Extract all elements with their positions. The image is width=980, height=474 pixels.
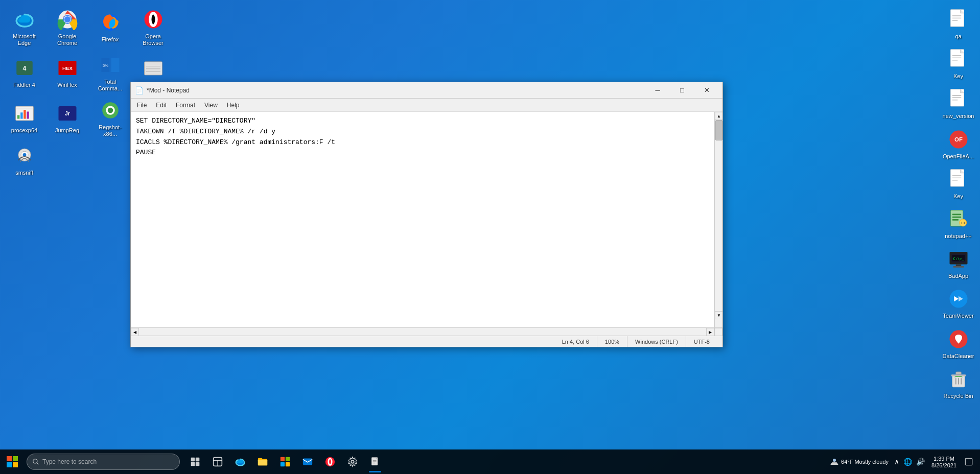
procexp64-label: procexp64 [11, 127, 37, 134]
taskbar-edge-icon [235, 456, 246, 467]
maximize-button[interactable]: □ [670, 82, 694, 99]
regshot-label: Regshot-x86... [93, 124, 127, 137]
scroll-left-arrow[interactable]: ◀ [131, 328, 139, 336]
scroll-right-arrow[interactable]: ▶ [706, 328, 714, 336]
horizontal-scrollbar[interactable]: ◀ ▶ [131, 327, 722, 336]
svg-rect-22 [24, 110, 26, 119]
desktop-icon-microsoft-edge[interactable]: Microsoft Edge [5, 5, 43, 49]
desktop-icon-qa[interactable]: qa [939, 5, 977, 42]
desktop-icon-opera[interactable]: Opera Browser [134, 5, 172, 49]
svg-point-28 [107, 108, 113, 113]
search-input[interactable] [42, 458, 165, 465]
scroll-track-h[interactable] [139, 328, 706, 336]
desktop-icon-winhex[interactable]: HEX WinHex [48, 51, 86, 94]
desktop-icon-google-chrome[interactable]: Google Chrome [48, 5, 86, 49]
svg-text:OF: OF [954, 136, 963, 143]
desktop-icon-datacleaner[interactable]: DataCleaner [939, 325, 977, 362]
notification-button[interactable] [962, 449, 976, 474]
status-encoding: UTF-8 [686, 336, 717, 347]
tray-network[interactable]: 🌐 [902, 458, 914, 466]
desktop-icon-recycle-bin[interactable]: Recycle Bin [939, 365, 977, 401]
taskbar-file-explorer[interactable] [251, 449, 274, 474]
desktop-icon-smsniff[interactable]: smsniff [5, 141, 43, 178]
badapp-label: BadApp [948, 273, 968, 279]
task-view-button[interactable] [184, 449, 206, 474]
winhex-icon: HEX [55, 56, 80, 80]
desktop-icon-badapp[interactable]: C:\>_ BadApp [939, 245, 977, 281]
menu-view[interactable]: View [200, 100, 222, 110]
desktop-icon-new-version[interactable]: new_version [939, 85, 977, 122]
start-button[interactable] [0, 449, 25, 474]
svg-rect-84 [191, 462, 195, 466]
svg-rect-104 [965, 458, 972, 465]
edge-icon [12, 7, 37, 32]
minimize-button[interactable]: ─ [646, 82, 669, 99]
winhex-label: WinHex [57, 82, 77, 88]
desktop-icon-notepadpp[interactable]: ++ notepad++ [939, 205, 977, 242]
svg-line-81 [37, 463, 39, 465]
menu-edit[interactable]: Edit [152, 100, 171, 110]
svg-rect-65 [955, 265, 961, 267]
svg-point-37 [22, 153, 26, 157]
weather-icon [830, 457, 839, 466]
desktop-icon-firefox[interactable]: Firefox [91, 5, 129, 49]
svg-rect-76 [7, 456, 12, 461]
menu-file[interactable]: File [133, 100, 151, 110]
chrome-icon [55, 7, 80, 32]
taskbar-search-bar[interactable] [27, 454, 180, 470]
svg-rect-82 [191, 458, 195, 462]
taskbar-pinned-icons [184, 449, 386, 474]
recycle-bin-label: Recycle Bin [943, 393, 973, 399]
desktop-icon-procexp64[interactable]: procexp64 [5, 96, 43, 139]
svg-rect-57 [952, 214, 961, 215]
desktop-icon-teamviewer[interactable]: TeamViewer [939, 285, 977, 321]
taskbar-store[interactable] [274, 449, 296, 474]
notepad-statusbar: Ln 4, Col 6 100% Windows (CRLF) UTF-8 [131, 336, 722, 347]
svg-rect-79 [13, 462, 18, 467]
weather-text: 64°F Mostly cloudy [841, 459, 889, 465]
weather-widget[interactable]: 64°F Mostly cloudy [826, 449, 893, 474]
svg-rect-91 [281, 457, 285, 461]
desktop-icon-fiddler[interactable]: 4 Fiddler 4 [5, 51, 43, 94]
desktop-icon-jumpreg[interactable]: Jr JumpReg [48, 96, 86, 139]
tray-chevron[interactable]: ∧ [893, 458, 901, 466]
task-view-icon [190, 457, 200, 467]
desktop-icon-regshot[interactable]: Regshot-x86... [91, 96, 129, 139]
taskbar-settings[interactable] [341, 449, 364, 474]
svg-text:4: 4 [22, 65, 26, 73]
taskbar-notepad[interactable] [364, 449, 386, 474]
desktop-icon-total-commander[interactable]: 5% Total Comma... [91, 51, 129, 94]
svg-rect-78 [7, 462, 12, 467]
notepad-text-content[interactable]: SET DIRECTORY_NAME="DIRECTORY" TAKEOWN /… [131, 112, 714, 327]
taskbar-right-area: 64°F Mostly cloudy ∧ 🌐 🔊 1:39 PM 8/26/20… [822, 449, 980, 474]
taskbar-mail[interactable] [296, 449, 319, 474]
notepadpp-icon: ++ [946, 207, 971, 231]
qa-label: qa [955, 33, 961, 40]
windows-icon [6, 456, 18, 468]
scroll-thumb[interactable] [715, 120, 722, 140]
clock-widget[interactable]: 1:39 PM 8/26/2021 [926, 449, 962, 474]
desktop-icon-openfileassoc[interactable]: OF OpenFileA... [939, 125, 977, 162]
chrome-label: Google Chrome [50, 33, 84, 46]
desktop-icon-key2[interactable]: Key [939, 165, 977, 202]
menu-help[interactable]: Help [223, 100, 244, 110]
tray-volume[interactable]: 🔊 [915, 458, 926, 466]
regshot-icon [98, 98, 123, 123]
teamviewer-label: TeamViewer [943, 313, 973, 319]
svg-rect-90 [258, 460, 267, 465]
widgets-button[interactable] [206, 449, 229, 474]
taskbar-edge[interactable] [229, 449, 251, 474]
scroll-down-arrow[interactable]: ▼ [715, 311, 722, 319]
notepad-app-icon: 📄 [135, 86, 144, 94]
taskbar-opera[interactable] [319, 449, 341, 474]
desktop-icon-key[interactable]: Key [939, 45, 977, 82]
menu-format[interactable]: Format [172, 100, 199, 110]
scroll-up-arrow[interactable]: ▲ [715, 112, 722, 120]
vertical-scrollbar[interactable]: ▲ ▼ [714, 112, 722, 327]
svg-rect-21 [20, 113, 22, 119]
openfile-icon: OF [946, 127, 971, 152]
close-button[interactable]: ✕ [695, 82, 718, 99]
svg-rect-18 [144, 62, 162, 75]
svg-rect-85 [196, 462, 200, 466]
notepadpp-label: notepad++ [945, 233, 972, 240]
